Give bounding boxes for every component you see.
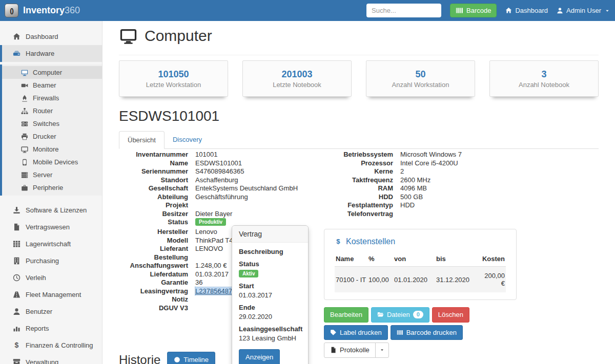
protocols-button[interactable]: Protokolle xyxy=(324,342,376,358)
detail-row: Taktfrequenz2600 MHz xyxy=(324,176,517,185)
sidebar-item-hardware[interactable]: Hardware xyxy=(0,45,102,62)
sidebar-item-reports[interactable]: Reports xyxy=(0,320,102,337)
tag-icon xyxy=(330,329,337,336)
server-icon xyxy=(21,172,28,179)
popover-description-label: Beschreibung xyxy=(239,248,301,255)
bar-chart-icon xyxy=(13,325,20,332)
popover-end-label: Ende xyxy=(239,304,301,311)
sidebar-item-finanzen-controlling[interactable]: $Finanzen & Controlling xyxy=(0,337,102,354)
asset-title: ESDWS101001 xyxy=(119,108,219,124)
user-menu[interactable]: Admin User xyxy=(557,7,610,14)
leasing-contract-link[interactable]: L237856487 xyxy=(195,287,232,295)
detail-row: BesitzerDieter Bayer xyxy=(119,210,324,219)
contract-status-badge: Aktiv xyxy=(239,270,258,277)
protocols-dropdown-toggle[interactable] xyxy=(375,342,389,358)
files-count-badge: 0 xyxy=(413,311,423,318)
sidebar-item-verleih[interactable]: Verleih xyxy=(0,269,102,286)
stat-card-letzte-workstation[interactable]: 101050 Letzte Workstation xyxy=(119,60,228,97)
popover-start-label: Start xyxy=(239,282,301,290)
sidebar-item-label: Reports xyxy=(26,325,49,332)
stat-card-anzahl-workstation[interactable]: 50 Anzahl Workstation xyxy=(366,60,475,97)
sidebar-item-verwaltung[interactable]: Verwaltung xyxy=(0,354,102,364)
detail-row: Kerne2 xyxy=(324,167,517,176)
sidebar-item-lagerwirtschaft[interactable]: Lagerwirtschaft xyxy=(0,235,102,252)
stat-card-letzte-notebook[interactable]: 201003 Letzte Notebook xyxy=(242,60,352,97)
page-title: Computer xyxy=(145,27,212,45)
brand-title: Inventory360 xyxy=(23,5,80,16)
sidebar-item-computer[interactable]: Computer xyxy=(2,66,102,79)
user-icon xyxy=(13,308,20,315)
sidebar-item-label: Router xyxy=(33,107,53,115)
asset-details: Inventarnummer101001 NameESDWS101001 Ser… xyxy=(119,151,517,360)
cell-kosten: 200,00 € xyxy=(479,267,506,293)
sidebar-item-switches[interactable]: Switches xyxy=(2,117,102,130)
search-input[interactable] xyxy=(366,4,441,17)
svg-text:$: $ xyxy=(15,341,19,349)
sidebar-item-software-lizenzen[interactable]: Software & Lizenzen xyxy=(0,202,102,219)
popover-end-value: 29.02.2020 xyxy=(239,313,301,320)
stat-value: 50 xyxy=(415,69,425,80)
app-logo-icon: () xyxy=(5,4,18,17)
label-print-button[interactable]: Label drucken xyxy=(324,325,388,340)
printer-icon xyxy=(21,133,28,140)
sidebar-item-dashboard[interactable]: Dashboard xyxy=(0,28,102,45)
briefcase-icon xyxy=(21,184,28,191)
popover-company-label: Leasinggesellschaft xyxy=(239,325,301,333)
sidebar-item-label: Finanzen & Controlling xyxy=(26,341,93,349)
sidebar-item-server[interactable]: Server xyxy=(2,168,102,181)
sidebar-item-label: Computer xyxy=(33,69,62,76)
stat-value: 3 xyxy=(541,69,546,80)
cell-bis: 31.12.2020 xyxy=(435,267,479,293)
sidebar-item-router[interactable]: Router xyxy=(2,104,102,117)
stat-card-anzahl-notebook[interactable]: 3 Anzahl Notebook xyxy=(489,60,599,97)
tab-uebersicht[interactable]: Übersicht xyxy=(119,131,165,149)
user-icon xyxy=(557,7,563,14)
stat-label: Letzte Workstation xyxy=(146,81,201,89)
tab-discovery[interactable]: Discovery xyxy=(165,131,210,149)
history-icon xyxy=(174,356,180,363)
barcode-button[interactable]: Barcode xyxy=(450,4,497,17)
sidebar-item-beamer[interactable]: Beamer xyxy=(2,79,102,92)
sidebar-item-purchasing[interactable]: Purchasing xyxy=(0,252,102,269)
sidebar-item-label: Mobile Devices xyxy=(33,158,78,166)
detail-row: Projekt xyxy=(119,201,324,210)
sidebar-item-label: Purchasing xyxy=(26,257,59,265)
sidebar-item-label: Monitore xyxy=(33,145,59,153)
column-header: % xyxy=(367,252,393,267)
hdd-icon xyxy=(13,50,20,57)
mobile-icon xyxy=(21,159,28,166)
brand-suffix: 360 xyxy=(65,5,80,15)
edit-button[interactable]: Bearbeiten xyxy=(324,307,368,323)
timeline-button[interactable]: Timeline xyxy=(167,352,215,364)
action-buttons: Bearbeiten Dateien0 Löschen Label drucke… xyxy=(324,307,517,358)
brand[interactable]: () Inventory360 xyxy=(0,4,80,17)
sidebar-item-mobile-devices[interactable]: Mobile Devices xyxy=(2,156,102,168)
sidebar-item-label: Fleet Management xyxy=(26,291,81,298)
sidebar-item-peripherie[interactable]: Peripherie xyxy=(2,181,102,194)
top-navbar: () Inventory360 Barcode Dashboard Admin … xyxy=(0,0,615,21)
kostenstellen-title: $ Kostenstellen xyxy=(335,237,506,246)
sidebar-item-label: Verwaltung xyxy=(26,358,58,364)
sidebar-item-firewalls[interactable]: Firewalls xyxy=(2,92,102,104)
sidebar-item-fleet-management[interactable]: Fleet Management xyxy=(0,286,102,303)
detail-row: StandortAschaffenburg xyxy=(119,176,324,185)
sidebar-item-drucker[interactable]: Drucker xyxy=(2,130,102,143)
barcode-print-button[interactable]: Barcode drucken xyxy=(391,325,463,340)
desktop-icon xyxy=(21,69,28,76)
column-header: Kosten xyxy=(479,252,506,267)
nav-dashboard-link[interactable]: Dashboard xyxy=(505,7,548,14)
monitor-icon xyxy=(119,28,138,45)
dollar-icon: $ xyxy=(13,341,20,349)
sidebar-item-benutzer[interactable]: Benutzer xyxy=(0,303,102,320)
show-contract-button[interactable]: Anzeigen xyxy=(239,349,280,364)
main-content: Computer 101050 Letzte Workstation 20100… xyxy=(102,21,615,364)
delete-button[interactable]: Löschen xyxy=(432,307,469,323)
sidebar-item-monitore[interactable]: Monitore xyxy=(2,143,102,156)
kostenstellen-panel: $ Kostenstellen Name % von bis Kosten xyxy=(324,229,517,300)
stat-cards: 101050 Letzte Workstation 201003 Letzte … xyxy=(119,60,599,97)
sidebar-item-label: Lagerwirtschaft xyxy=(26,240,71,248)
download-icon xyxy=(13,206,20,214)
sidebar-item-vertragswesen[interactable]: Vertragswesen xyxy=(0,219,102,235)
details-right-column: BetriebssystemMicrosoft Windows 7 Prozes… xyxy=(324,151,517,360)
files-button[interactable]: Dateien0 xyxy=(371,307,429,323)
